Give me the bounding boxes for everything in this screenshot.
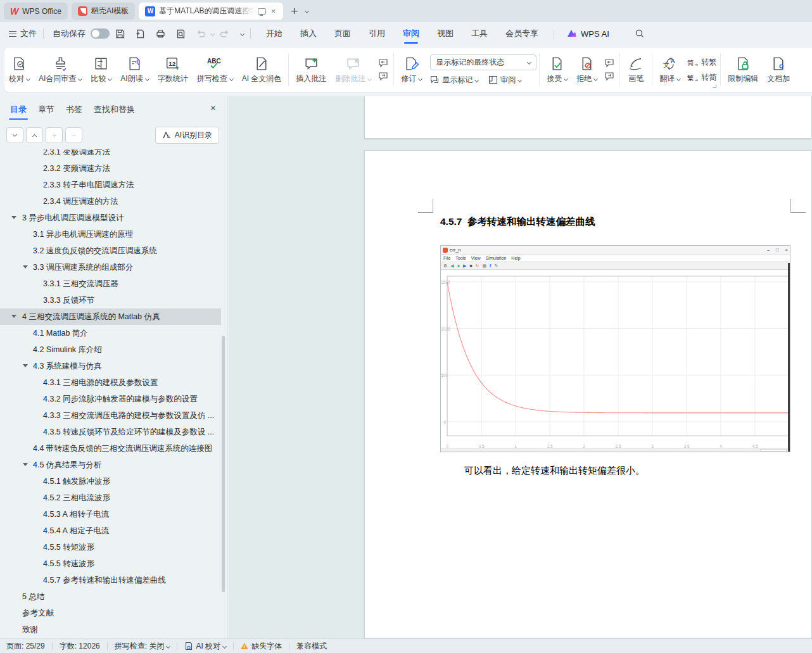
toc-item[interactable]: 4.5.7 参考转速和输出转速偏差曲线 [0,572,221,588]
save-button[interactable] [111,26,129,41]
sidebar-tab-目录[interactable]: 目录 [9,96,28,123]
missing-font-warning[interactable]: 缺失字体 [241,641,282,652]
ink-pen-button[interactable]: 画笔 [623,50,649,89]
markup-state-select[interactable]: 显示标记的最终状态 [430,54,536,70]
word-count-button[interactable]: 12 字数统计 [153,50,193,89]
toc-item[interactable]: 4.3.2 同步流脉冲触发器的建模与参数的设置 [0,391,221,407]
collapse-arrow-icon[interactable] [23,364,28,367]
delete-comment-button[interactable]: 删除批注 [331,50,376,89]
toc-item[interactable]: 4 三相交流调压调速系统的 Matlab 仿真 [0,308,221,325]
toc-item[interactable]: 4.3.3 三相交流调压电路的建模与参数设置及仿 ... [0,407,221,424]
ai-contract-review-button[interactable]: AI合同审查 [34,50,86,89]
undo-chevron-icon[interactable] [210,31,215,35]
collapse-arrow-icon[interactable] [11,315,16,318]
current-page[interactable]: 4.5.7 参考转速和输出转速偏差曲线 err_n – □ × FileTool… [364,150,812,638]
toc-item[interactable]: 参考文献 [0,605,221,621]
show-markup-button[interactable]: 显示标记 [430,75,478,86]
collapse-arrow-icon[interactable] [23,265,28,269]
menu-页面[interactable]: 页面 [326,22,360,45]
document-encrypt-button[interactable]: 文档加 [763,50,794,89]
toc-item[interactable]: 4.5.5 转速波形 [0,555,221,572]
toc-item[interactable]: 4.5.3 A 相转子电流 [0,506,221,523]
compare-button[interactable]: 比较 [86,50,116,89]
ai-proofread-status[interactable]: AI 校对 [184,641,226,652]
zoom-in-level-button[interactable]: + [46,127,63,143]
toc-item[interactable]: 4.3 系统建模与仿真 [0,358,221,374]
print-button[interactable] [151,26,169,41]
expand-all-button[interactable] [26,127,43,143]
toc-item[interactable]: 4.1 Matlab 简介 [0,325,221,341]
compatibility-mode-badge[interactable]: 兼容模式 [296,641,327,652]
toc-item[interactable]: 4.5.4 A 相定子电流 [0,523,221,539]
tab-document[interactable]: W 基于MATLAB的调压调速控制 × [139,3,283,20]
previous-comment-icon[interactable] [378,58,388,68]
toc-item[interactable]: 3.3.1 三相交流调压器 [0,276,221,292]
ai-recognize-toc-button[interactable]: AI识别目录 [155,127,219,144]
toc-item[interactable]: 3.1 异步电机调压调速的原理 [0,226,221,243]
next-change-icon[interactable] [604,72,614,81]
group-expand-icon[interactable] [713,84,716,88]
tab-list-chevron-icon[interactable] [305,9,309,13]
proofread-button[interactable]: 校对 [4,50,34,89]
toc-item[interactable]: 5 总结 [0,588,221,605]
collapse-all-button[interactable] [6,127,23,143]
translate-button[interactable]: 文A 翻译 [655,50,685,89]
autosave-toggle[interactable] [91,29,110,39]
toc-item[interactable]: 3 异步电机调压调速模型设计 [0,210,221,226]
menu-工具[interactable]: 工具 [462,22,497,45]
new-tab-button[interactable]: + [291,4,298,18]
traditional-to-simplified-button[interactable]: 繁 转简 [687,72,716,83]
toc-item[interactable]: 4.5.2 三相电流波形 [0,490,221,506]
toc-item[interactable]: 4.2 Simulink 库介绍 [0,341,221,358]
toc-item[interactable]: 4.5.5 转矩波形 [0,539,221,555]
sidebar-tab-查找和替换[interactable]: 查找和替换 [92,96,136,123]
document-canvas[interactable]: 4.5.7 参考转速和输出转速偏差曲线 err_n – □ × FileTool… [229,96,812,638]
sidebar-scrollbar[interactable] [222,336,225,592]
ai-read-aloud-button[interactable]: AI朗读 [116,50,153,89]
restrict-editing-button[interactable]: 限制编辑 [723,50,763,89]
reject-changes-button[interactable]: 拒绝 [572,50,602,89]
body-paragraph[interactable]: 可以看出，给定转速和输出转矩偏差很小。 [464,465,645,477]
menu-开始[interactable]: 开始 [257,22,291,45]
toc-item[interactable]: 2.3.1 变极调速方法 [0,149,221,160]
menu-引用[interactable]: 引用 [360,22,394,45]
toc-item[interactable]: 4.3.5 转速反馈环节及给定环节的建模及参数设 ... [0,424,221,440]
export-pdf-button[interactable] [131,26,149,41]
sidebar-tab-书签[interactable]: 书签 [65,96,84,123]
close-tab-icon[interactable]: × [270,6,277,16]
wps-ai-menu[interactable]: WPS AI [561,29,616,39]
collapse-arrow-icon[interactable] [23,463,28,466]
toc-item[interactable]: 2.3.4 调压调速的方法 [0,193,221,210]
word-count-indicator[interactable]: 字数: 12026 [60,641,100,652]
reviewing-pane-button[interactable]: 审阅 [488,75,521,86]
previous-change-icon[interactable] [604,58,614,68]
sidebar-tab-章节[interactable]: 章节 [37,96,56,123]
toc-item[interactable]: 3.3.3 反馈环节 [0,292,221,308]
undo-button[interactable] [192,26,210,41]
print-preview-button[interactable] [172,26,189,41]
tab-wps-office[interactable]: W WPS Office [4,3,68,20]
file-menu[interactable]: 文件 [9,28,37,39]
matlab-scope-figure[interactable]: err_n – □ × FileToolsViewSimulationHelp … [440,245,790,452]
toc-item[interactable]: 3.3 调压调速系统的组成部分 [0,259,221,276]
sidebar-close-icon[interactable]: × [210,103,216,114]
search-icon[interactable] [631,26,649,41]
menu-会员专享[interactable]: 会员专享 [497,22,547,45]
toc-item[interactable]: 2.3.3 转子串电阻调速方法 [0,177,221,193]
zoom-out-level-button[interactable]: − [65,127,82,143]
toc-item[interactable]: 致谢 [0,621,221,638]
redo-button[interactable] [215,26,233,41]
screen-share-icon[interactable] [258,8,266,15]
collapse-arrow-icon[interactable] [11,216,16,219]
insert-comment-button[interactable]: 插入批注 [291,50,331,89]
accept-changes-button[interactable]: 接受 [542,50,572,89]
track-changes-button[interactable]: 修订 [396,50,426,89]
menu-视图[interactable]: 视图 [428,22,462,45]
toc-item[interactable]: 2.3.2 变频调速方法 [0,160,221,177]
toc-item[interactable]: 4.5 仿真结果与分析 [0,457,221,473]
tab-docer-templates[interactable]: 稻壳AI模板 [72,3,135,20]
toc-item[interactable]: 4.4 带转速负反馈的三相交流调压调速系统的连接图 [0,440,221,457]
toc-item[interactable]: 4.5.1 触发脉冲波形 [0,473,221,490]
toc-item[interactable]: 3.2 速度负反馈的交流调压调速系统 [0,243,221,259]
simplified-to-traditional-button[interactable]: 简 转繁 [687,57,716,68]
